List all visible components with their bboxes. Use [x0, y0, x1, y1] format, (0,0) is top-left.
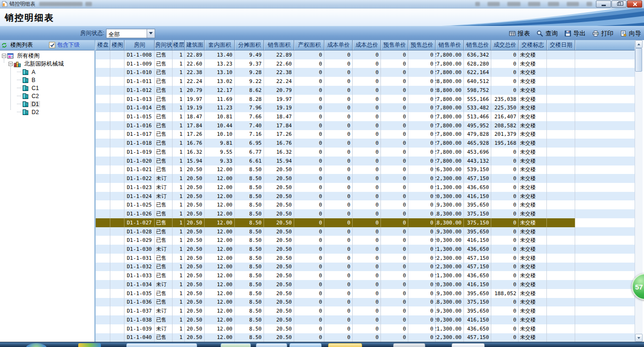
- tree-item-building-D1[interactable]: D1: [0, 100, 94, 108]
- column-header-16[interactable]: 销售总价: [464, 40, 491, 50]
- table-row-D1-1-009[interactable]: D1-1-009已售122.6013.239.3722.600000027,80…: [96, 59, 635, 68]
- table-cell: 0: [381, 165, 408, 174]
- qq-icon[interactable]: [78, 343, 101, 347]
- taskbar-button[interactable]: [452, 343, 485, 347]
- table-cell: 12.00: [205, 289, 235, 298]
- table-row-D1-1-017[interactable]: D1-1-017已售117.2610.107.1617.260000027,80…: [96, 130, 635, 139]
- table-row-D1-1-030[interactable]: D1-1-030未订120.5012.008.5020.500000021,30…: [96, 245, 635, 254]
- toolbar-button-3[interactable]: 导出: [564, 29, 586, 38]
- scroll-down-button[interactable]: [635, 334, 643, 342]
- table-cell: 0: [324, 59, 353, 68]
- column-header-15[interactable]: 销售单价: [436, 40, 464, 50]
- column-header-2[interactable]: 楼阁: [110, 40, 124, 50]
- table-row-D1-1-015[interactable]: D1-1-015已售118.4710.817.6618.470000027,80…: [96, 112, 635, 121]
- table-row-D1-1-039[interactable]: D1-1-039未订120.5012.008.5020.500000021,30…: [96, 324, 635, 333]
- table-row-D1-1-024[interactable]: D1-1-024未订120.5012.008.5020.500000020,30…: [96, 192, 635, 201]
- table-cell: 0: [294, 112, 324, 121]
- table-row-D1-1-031[interactable]: D1-1-031已售120.5012.008.5020.500000022,30…: [96, 254, 635, 263]
- column-header-4[interactable]: 房间状: [155, 40, 173, 50]
- table-row-D1-1-011[interactable]: D1-1-011已售122.2413.029.2222.240000028,80…: [96, 77, 635, 86]
- column-header-14[interactable]: 预售总价: [408, 40, 436, 50]
- table-row-D1-1-021[interactable]: D1-1-021已售120.5012.008.5020.500000026,30…: [96, 165, 635, 174]
- scroll-up-button[interactable]: [635, 40, 643, 48]
- column-header-19[interactable]: 交楼日期: [547, 40, 575, 50]
- table-row-D1-1-027[interactable]: D1-1-027已售120.5012.008.5020.500000018,30…: [96, 218, 635, 227]
- tree-item-project[interactable]: 北新国际机械城: [0, 60, 94, 68]
- table-row-D1-1-035[interactable]: D1-1-035已售120.5012.008.5020.500000019,30…: [96, 289, 635, 298]
- taskbar-button[interactable]: [393, 343, 425, 347]
- column-header-9[interactable]: 销售面积: [264, 40, 294, 50]
- table-row-D1-1-013[interactable]: D1-1-013已售119.9711.698.2819.970000027,80…: [96, 95, 635, 104]
- close-button[interactable]: [627, 0, 642, 8]
- table-row-D1-1-025[interactable]: D1-1-025已售120.5012.008.5020.500000019,30…: [96, 200, 635, 209]
- table-row-D1-1-018[interactable]: D1-1-018已售116.769.816.9516.760000027,800…: [96, 139, 635, 148]
- taskbar-button-active[interactable]: [328, 343, 362, 347]
- include-children-checkbox[interactable]: [49, 42, 55, 48]
- tree-item-building-D2[interactable]: D2: [0, 108, 94, 116]
- column-header-3[interactable]: 房间: [124, 40, 155, 50]
- table-row-D1-1-028[interactable]: D1-1-028已售120.5012.008.5020.500000019,30…: [96, 227, 635, 236]
- column-header-13[interactable]: 预售单价: [381, 40, 408, 50]
- column-header-10[interactable]: 产权面积: [294, 40, 324, 50]
- table-cell: 9.55: [205, 148, 235, 157]
- table-row-D1-1-036[interactable]: D1-1-036已售120.5012.008.5020.500000018,30…: [96, 298, 635, 307]
- table-cell: 12.00: [205, 254, 235, 263]
- table-row-D1-1-020[interactable]: D1-1-020已售115.949.336.6115.940000027,800…: [96, 157, 635, 165]
- tree-item-building-B[interactable]: B: [0, 76, 94, 84]
- taskbar-button[interactable]: [221, 343, 251, 347]
- table-cell: 457,150: [464, 333, 491, 342]
- column-header-5[interactable]: 楼层: [173, 40, 185, 50]
- taskbar-button[interactable]: [289, 343, 322, 347]
- table-cell: 19.97: [264, 95, 294, 104]
- table-row-D1-1-026[interactable]: D1-1-026已售120.5012.008.5020.500000018,30…: [96, 209, 635, 218]
- table-row-D1-1-012[interactable]: D1-1-012已售120.7912.178.6220.790000028,80…: [96, 86, 635, 95]
- taskbar-button[interactable]: [256, 343, 287, 347]
- tree-item-root[interactable]: 所有楼阁: [0, 52, 94, 60]
- taskbar-button[interactable]: [126, 343, 197, 347]
- refresh-icon[interactable]: [1, 42, 7, 48]
- table-cell: 0: [324, 227, 353, 236]
- table-row-D1-1-029[interactable]: D1-1-029已售120.5012.008.5020.500000020,30…: [96, 236, 635, 245]
- toolbar-button-1[interactable]: 报表: [509, 29, 530, 38]
- minimize-button[interactable]: [596, 0, 611, 8]
- room-status-select[interactable]: 全部: [106, 29, 155, 38]
- column-header-6[interactable]: 建筑面: [185, 40, 205, 50]
- table-row-D1-1-014[interactable]: D1-1-014已售119.1911.237.9619.190000027,80…: [96, 103, 635, 112]
- column-header-7[interactable]: 套内面积: [205, 40, 235, 50]
- table-row-D1-1-016[interactable]: D1-1-016已售117.8410.447.4017.840000027,80…: [96, 121, 635, 130]
- table-row-D1-1-008[interactable]: D1-1-008已售122.8913.409.4922.890000027,80…: [96, 50, 635, 59]
- table-row-D1-1-040[interactable]: D1-1-040已售120.5012.008.5020.500000022,30…: [96, 333, 635, 342]
- table-row-D1-1-032[interactable]: D1-1-032已售120.5012.008.5020.500000022,30…: [96, 263, 635, 272]
- table-row-D1-1-010[interactable]: D1-1-010已售122.3813.109.2822.380000027,80…: [96, 68, 635, 77]
- scrollbar-thumb[interactable]: [635, 48, 642, 72]
- table-cell-filler: [575, 165, 635, 174]
- toolbar-button-4[interactable]: 打印: [592, 29, 613, 38]
- column-header-11[interactable]: 成本单价: [324, 40, 353, 50]
- start-button[interactable]: [26, 343, 47, 347]
- tree-item-building-A[interactable]: A: [0, 68, 94, 76]
- tree-item-building-C2[interactable]: C2: [0, 92, 94, 100]
- tree-item-building-C1[interactable]: C1: [0, 84, 94, 92]
- combo-dropdown-button[interactable]: [147, 29, 155, 38]
- column-header-1[interactable]: 楼盘: [96, 40, 110, 50]
- column-header-17[interactable]: 成交总价: [491, 40, 519, 50]
- table-cell: 0: [324, 245, 353, 254]
- column-header-18[interactable]: 交楼标志: [519, 40, 547, 50]
- table-row-D1-1-022[interactable]: D1-1-022未订120.5012.008.5020.500000022,30…: [96, 174, 635, 183]
- column-header-8[interactable]: 分摊面积: [235, 40, 264, 50]
- table-row-D1-1-033[interactable]: D1-1-033已售120.5012.008.5020.500000021,30…: [96, 271, 635, 280]
- toolbar-button-5[interactable]: 向导: [620, 29, 641, 38]
- table-cell: 20.50: [264, 236, 294, 245]
- restore-button[interactable]: [611, 0, 627, 8]
- table-cell: 0: [408, 289, 436, 298]
- table-cell: 0: [491, 324, 519, 333]
- table-row-D1-1-019[interactable]: D1-1-019已售116.329.556.7716.320000027,800…: [96, 148, 635, 157]
- table-row-D1-1-037[interactable]: D1-1-037未订120.5012.008.5020.500000019,30…: [96, 306, 635, 315]
- table-row-D1-1-023[interactable]: D1-1-023未订120.5012.008.5020.500000021,30…: [96, 183, 635, 192]
- table-row-D1-1-034[interactable]: D1-1-034未订120.5012.008.5020.500000020,30…: [96, 280, 635, 289]
- table-cell: 1: [173, 59, 185, 68]
- table-row-D1-1-038[interactable]: D1-1-038已售120.5012.008.5020.500000020,30…: [96, 315, 635, 324]
- toolbar-button-2[interactable]: 查询: [537, 29, 558, 38]
- table-cell: 20.50: [264, 280, 294, 289]
- column-header-12[interactable]: 成本总价: [353, 40, 381, 50]
